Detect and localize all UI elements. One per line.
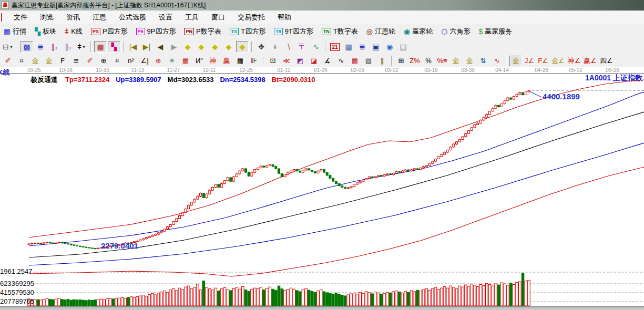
shen-angle-icon[interactable]: 神∠ xyxy=(567,56,582,66)
win-tool-icon[interactable]: 赢 xyxy=(220,56,233,66)
j-angle-icon[interactable]: J∠ xyxy=(523,56,536,66)
red-fan-box-icon[interactable]: ◪ xyxy=(308,56,320,66)
toolbar-t-square[interactable]: TST四方形 xyxy=(228,26,267,37)
toolbar-9t-square[interactable]: T99T四方形 xyxy=(272,26,315,37)
menu-窗口[interactable]: 窗口 xyxy=(205,11,231,24)
angle-lines-icon[interactable]: ∡ xyxy=(321,56,334,66)
red-target-icon[interactable]: ⊕ xyxy=(152,56,165,66)
bars-stat-icon[interactable]: ⊞ xyxy=(395,56,407,66)
toolbar-winner-service[interactable]: $赢家服务 xyxy=(477,26,514,37)
gold-ruler-2-icon[interactable]: 金 xyxy=(43,56,55,66)
gold-lines-icon[interactable]: 金 xyxy=(463,56,476,66)
zigzag-icon[interactable]: ∿ xyxy=(335,56,347,66)
ruler-2-icon[interactable]: ⌗ xyxy=(111,56,124,66)
parallel-icon[interactable]: ∥ xyxy=(376,56,389,66)
menu-资讯[interactable]: 资讯 xyxy=(60,11,86,24)
web-icon[interactable]: ◉ xyxy=(383,41,396,53)
crosshair-tool-icon[interactable]: + xyxy=(269,41,281,53)
color-chart-icon[interactable]: ▚ xyxy=(108,41,120,53)
box-ruler-icon[interactable]: ⊡ xyxy=(267,56,279,66)
star-web-icon[interactable]: ✳ xyxy=(166,56,178,66)
candle-type-icon[interactable]: ǂ▼ xyxy=(75,41,88,53)
hand-tool-icon[interactable]: ✥ xyxy=(255,41,268,53)
menu-文件[interactable]: 文件 xyxy=(7,11,34,24)
calculator-icon[interactable]: ▦ xyxy=(342,41,355,53)
nav-first-icon[interactable]: |◀ xyxy=(127,41,139,53)
gold-ruler-1-icon[interactable]: 金 xyxy=(29,56,42,66)
toolbar-sectors[interactable]: ▚板块 xyxy=(33,26,58,37)
diamond-expand-icon[interactable]: ◆ xyxy=(209,41,221,53)
gold-angle-icon[interactable]: 金 xyxy=(509,56,522,66)
menu-设置[interactable]: 设置 xyxy=(152,11,179,24)
period-combo-icon[interactable]: ⊟▼ xyxy=(2,41,14,53)
icon-toolbar: ⊟▼▩≣∥3∥9ǂ▼▩▚|◀▶|◀▶◆◆◆◆◆✥+∖〒∿21▦≣▣◉▤ xyxy=(0,39,644,55)
four-angle-icon[interactable]: 四∠ xyxy=(599,56,614,66)
ruler-icon[interactable]: ⌗ xyxy=(15,56,28,66)
f-ruler-icon[interactable]: F xyxy=(56,56,69,66)
nav-next-icon[interactable]: ▶ xyxy=(168,41,180,53)
menu-浏览[interactable]: 浏览 xyxy=(34,11,60,24)
red-grid-icon[interactable]: ▦ xyxy=(349,56,361,66)
chart-area[interactable]: K线 09-2510-1610-3011-1311-2712-1112-2501… xyxy=(0,67,644,310)
toolbar-t-table[interactable]: TNT数字表 xyxy=(320,26,360,37)
compass-icon[interactable]: ⊕ xyxy=(97,56,110,66)
toolbar-p-table[interactable]: PNP数字表 xyxy=(182,26,222,37)
toolbar-quotes[interactable]: ▦行情 xyxy=(2,26,28,37)
wave-mark-icon[interactable]: И" xyxy=(193,56,206,66)
pole-icon[interactable]: ⊪ xyxy=(248,56,260,66)
red-wave-icon[interactable]: ∿ xyxy=(490,56,503,66)
minchart-9-icon[interactable]: ∥9 xyxy=(62,41,74,53)
save-icon[interactable]: ▣ xyxy=(370,41,382,53)
title-bar[interactable]: 赢 赢家江恩专业版[赢家内部服务平台] - [上证指数 SH1A0001-167… xyxy=(0,0,644,11)
f-angle-icon[interactable]: F∠ xyxy=(537,56,549,66)
updown-mark-icon[interactable]: ⇅ xyxy=(477,56,489,66)
kline-chart[interactable] xyxy=(0,67,644,310)
quote-list-icon[interactable]: ≣ xyxy=(34,41,47,53)
gold-coin-icon[interactable]: 金 xyxy=(449,56,462,66)
toolbar-hexagon[interactable]: ⬡六角形 xyxy=(439,26,472,37)
minchart-3-icon[interactable]: ∥3 xyxy=(48,41,60,53)
menu-帮助[interactable]: 帮助 xyxy=(271,11,298,24)
nav-prev-icon[interactable]: ◀ xyxy=(154,41,167,53)
nav-last-icon[interactable]: ▶| xyxy=(140,41,153,53)
purple-fan-icon[interactable]: ◩ xyxy=(294,56,306,66)
calendar-icon[interactable]: 21 xyxy=(329,41,341,53)
diamond-left-icon[interactable]: ◆ xyxy=(181,41,194,53)
gann-map-icon[interactable]: ▩ xyxy=(94,41,107,53)
percent-icon[interactable]: % xyxy=(422,56,435,66)
wave-tool-icon[interactable]: ∿ xyxy=(310,41,322,53)
angle-mirror-icon[interactable]: ∠| xyxy=(138,56,151,66)
shen-tool-icon[interactable]: 神 xyxy=(207,56,219,66)
menu-江恩[interactable]: 江恩 xyxy=(86,11,113,24)
spiral-icon[interactable]: ≅ xyxy=(70,56,83,66)
notes-icon[interactable]: ≣ xyxy=(356,41,369,53)
toolbar-p-square[interactable]: PSP四方形 xyxy=(89,26,129,37)
line-tool-icon[interactable]: ∖ xyxy=(282,41,295,53)
diamond-right-icon[interactable]: ◆ xyxy=(195,41,208,53)
toolbar-winner-wheel[interactable]: ◉赢家轮 xyxy=(402,26,434,37)
grid-2-icon[interactable]: ▦ xyxy=(234,56,247,66)
menu-工具[interactable]: 工具 xyxy=(179,11,205,24)
grid-box-icon[interactable]: ▦ xyxy=(179,56,192,66)
gann-tool-icon[interactable]: 〒 xyxy=(296,41,309,53)
separator xyxy=(123,42,124,52)
print-icon[interactable]: ▤ xyxy=(397,41,410,53)
z-percent-icon[interactable]: Z% xyxy=(408,56,421,66)
diamond-full-icon[interactable]: ◆ xyxy=(236,41,249,53)
toolbar-gann-wheel[interactable]: ◎江恩轮 xyxy=(365,26,397,37)
toolbar-9p-square[interactable]: P99P四方形 xyxy=(135,26,178,37)
toolbar-kline[interactable]: ǂK线 xyxy=(63,26,84,37)
red-fan-icon[interactable]: ≪ xyxy=(280,56,293,66)
diamond-shrink-icon[interactable]: ◆ xyxy=(222,41,235,53)
gold-angle-2-icon[interactable]: 金∠ xyxy=(550,56,566,66)
percent-lines-icon[interactable]: %≡ xyxy=(436,56,448,66)
menu-交易委托[interactable]: 交易委托 xyxy=(231,11,271,24)
pencil-icon[interactable]: ✐ xyxy=(2,56,14,66)
n2-icon[interactable]: n² xyxy=(125,56,137,66)
grid-arrow-icon[interactable]: ▧ xyxy=(362,56,375,66)
menu-公式选股[interactable]: 公式选股 xyxy=(113,11,152,24)
winner-service-icon: $ xyxy=(478,27,483,36)
red-pencil-icon[interactable]: ✐ xyxy=(84,56,96,66)
market-map-icon[interactable]: ▩ xyxy=(21,41,33,53)
win-angle-icon[interactable]: 赢∠ xyxy=(582,56,598,66)
